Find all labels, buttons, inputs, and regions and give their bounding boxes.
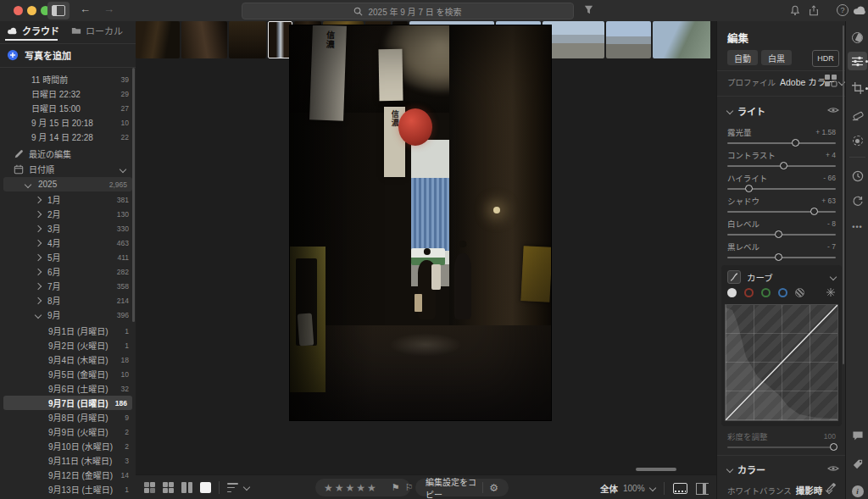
list-item[interactable]: 日曜日 15:0027 (0, 101, 136, 115)
filter-icon[interactable] (583, 4, 594, 15)
star-rating-icon[interactable]: ★ (356, 483, 365, 493)
tree-item-month[interactable]: 4月463 (0, 236, 136, 250)
tree-item-day[interactable]: 9月5日 (金曜日)10 (0, 367, 136, 381)
filmstrip-toggle-icon[interactable] (673, 483, 687, 494)
notifications-bell-icon[interactable] (789, 4, 801, 17)
slider-track[interactable] (727, 234, 836, 236)
filmstrip-scrollbar[interactable] (636, 468, 676, 471)
color-section-header[interactable]: カラー (727, 463, 765, 476)
close-window-button[interactable] (14, 6, 23, 15)
slider-knob[interactable] (780, 162, 787, 169)
tree-item-month[interactable]: 1月381 (0, 192, 136, 207)
zoom-mode-label[interactable]: 全体 (600, 482, 618, 495)
tree-item-day[interactable]: 9月11日 (木曜日)3 (0, 453, 136, 468)
sort-order-button[interactable] (227, 483, 239, 492)
masking-button[interactable] (848, 131, 867, 150)
profile-browser-icon[interactable] (824, 74, 837, 87)
tab-local[interactable]: ローカル (71, 24, 123, 37)
sidebar-item-recent-edits[interactable]: 最近の編集 (0, 147, 136, 161)
tab-cloud[interactable]: クラウド (7, 24, 59, 37)
sidebar-item-by-date[interactable]: 日付順 (0, 162, 136, 176)
eyedropper-icon[interactable] (826, 482, 837, 493)
keywords-button[interactable] (848, 455, 867, 474)
search-input[interactable]: 2025 年 9 月 7 日 を検索 (242, 3, 574, 19)
tree-item-day[interactable]: 9月8日 (月曜日)9 (0, 410, 136, 424)
slider-knob[interactable] (830, 443, 837, 451)
flag-pick-icon[interactable]: ⚑ (392, 483, 400, 492)
slider-track[interactable] (727, 211, 836, 213)
light-section-header[interactable]: ライト (727, 104, 765, 118)
curve-channel-luminance[interactable] (727, 288, 737, 297)
tree-item-month[interactable]: 9月396 (0, 308, 136, 322)
zoom-value[interactable]: 100% (623, 484, 645, 493)
tree-item-day[interactable]: 9月1日 (月曜日)1 (0, 324, 136, 338)
hdr-button[interactable]: HDR (812, 50, 839, 67)
edit-panel-scrollbar[interactable] (843, 25, 844, 364)
help-icon[interactable]: ? (837, 4, 849, 16)
list-item[interactable]: 11 時間前39 (0, 72, 136, 86)
curve-reset-icon[interactable] (826, 287, 836, 297)
tree-item-month[interactable]: 8月214 (0, 293, 136, 308)
star-rating-icon[interactable]: ★ (367, 483, 376, 493)
filmstrip-thumbnail[interactable] (136, 21, 180, 58)
tree-item-year[interactable]: 2025 2,965 (3, 177, 132, 191)
edit-sliders-button[interactable] (848, 52, 867, 70)
curve-channel-green[interactable] (761, 288, 771, 297)
tree-item-month[interactable]: 7月358 (0, 279, 136, 293)
tree-item-day[interactable]: 9月9日 (火曜日)2 (0, 424, 136, 439)
back-button[interactable]: ← (80, 3, 91, 15)
sync-button[interactable] (848, 192, 867, 211)
filmstrip-thumbnail[interactable] (229, 21, 266, 58)
slider-track[interactable] (727, 165, 836, 167)
crop-button[interactable] (848, 79, 867, 97)
tree-item-day[interactable]: 9月13日 (土曜日)1 (0, 482, 136, 496)
star-rating-icon[interactable]: ★ (324, 483, 333, 493)
slider-knob[interactable] (810, 208, 818, 215)
filmstrip-thumbnail[interactable] (181, 21, 227, 58)
slider-track[interactable] (727, 257, 836, 258)
bw-button[interactable]: 白黒 (761, 50, 792, 65)
eye-icon[interactable] (827, 106, 839, 114)
tree-item-day[interactable]: 9月10日 (水曜日)2 (0, 439, 136, 453)
photo-grid-view-button[interactable] (144, 482, 155, 493)
tree-item-month[interactable]: 6月282 (0, 264, 136, 279)
copy-edit-settings-button[interactable]: 編集設定をコピー (426, 475, 476, 499)
versions-button[interactable] (848, 167, 867, 186)
tree-item-month[interactable]: 3月330 (0, 221, 136, 236)
filmstrip-thumbnail[interactable] (542, 21, 604, 58)
list-item[interactable]: 日曜日 22:3229 (0, 86, 136, 101)
tree-item-day[interactable]: 9月4日 (木曜日)18 (0, 352, 136, 367)
slider-knob[interactable] (792, 139, 799, 147)
comments-button[interactable] (848, 426, 867, 445)
minimize-window-button[interactable] (27, 6, 36, 15)
slider-knob[interactable] (775, 253, 782, 261)
healing-button[interactable] (848, 106, 867, 125)
chevron-down-icon[interactable] (830, 274, 837, 280)
main-photo[interactable]: 信濃 信濃 (290, 25, 551, 420)
slider-track[interactable] (727, 446, 836, 448)
tree-item-day[interactable]: 9月6日 (土曜日)32 (0, 381, 136, 396)
slider-knob[interactable] (745, 185, 753, 192)
star-rating-icon[interactable]: ★ (346, 483, 355, 493)
star-rating-icon[interactable]: ★ (335, 483, 344, 493)
presets-button[interactable] (848, 28, 867, 47)
gear-icon[interactable]: ⚙ (489, 483, 498, 493)
sidebar-toggle-button[interactable] (47, 2, 70, 19)
before-after-icon[interactable] (696, 483, 709, 495)
square-grid-view-button[interactable] (163, 482, 174, 493)
detail-view-button[interactable] (200, 482, 211, 493)
filmstrip-thumbnail[interactable] (653, 21, 710, 58)
curve-channel-blue[interactable] (778, 288, 787, 297)
auto-button[interactable]: 自動 (727, 50, 758, 65)
tone-curve-grid[interactable] (725, 304, 838, 421)
more-options-button[interactable]: ••• (848, 218, 867, 236)
info-button[interactable]: i (848, 482, 867, 499)
tree-item-month[interactable]: 2月130 (0, 207, 136, 221)
compare-view-button[interactable] (181, 482, 192, 493)
add-photos-button[interactable]: 写真を追加 (7, 48, 71, 62)
tree-item-day[interactable]: 9月12日 (金曜日)14 (0, 468, 136, 482)
tree-item-day[interactable]: 9月2日 (火曜日)1 (0, 338, 136, 352)
chevron-down-icon[interactable] (648, 484, 655, 491)
tree-item-day-selected[interactable]: 9月7日 (日曜日)186 (3, 396, 132, 410)
sidebar-scrollbar[interactable] (132, 68, 135, 322)
